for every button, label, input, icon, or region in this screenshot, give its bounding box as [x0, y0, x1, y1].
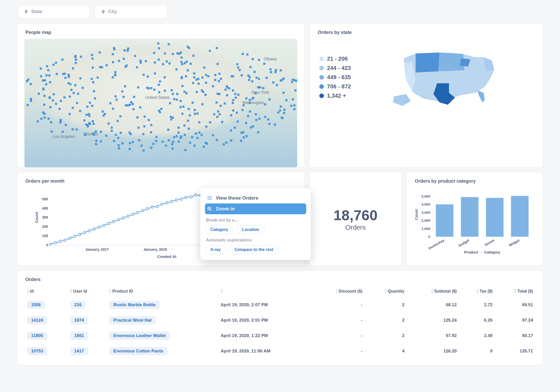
- svg-text:Count: Count: [414, 209, 418, 220]
- orders-table: IdUser IdProduct IDDiscount ($)QuantityS…: [24, 286, 536, 359]
- pill-product_id[interactable]: Enormous Leather Wallet: [109, 332, 170, 340]
- map-label-newyork: New York: [251, 90, 269, 95]
- view-these-orders-label: View these Orders: [216, 195, 258, 201]
- svg-text:0: 0: [428, 235, 430, 239]
- legend-label: 244 - 423: [327, 65, 351, 71]
- svg-text:300: 300: [42, 215, 48, 219]
- cell-subtotal: 68.12: [407, 297, 459, 313]
- pill-user_id[interactable]: 1417: [70, 347, 88, 355]
- cell-product_id: Enormous Leather Wallet: [107, 328, 218, 343]
- svg-rect-81: [209, 198, 210, 198]
- table-row: 141241874Practical Wool HatApril 19, 202…: [24, 313, 536, 328]
- cell-created_at: April 19, 2020, 2:07 PM: [218, 297, 311, 313]
- map-label-la: Los Angeles: [53, 134, 75, 139]
- cell-id: 1508: [24, 297, 68, 313]
- svg-text:January, 2018: January, 2018: [143, 247, 167, 251]
- svg-rect-82: [211, 198, 211, 198]
- pill-id[interactable]: 11805: [27, 332, 47, 340]
- svg-text:Widget: Widget: [508, 238, 520, 247]
- cell-user_id: 1874: [68, 313, 107, 328]
- svg-text:1,000: 1,000: [422, 227, 431, 231]
- total-orders-label: Orders: [333, 223, 377, 231]
- svg-rect-78: [209, 196, 210, 197]
- svg-point-41: [190, 196, 192, 198]
- svg-text:Doohickey: Doohickey: [428, 238, 445, 250]
- auto-section-label: Automatic explorations: [206, 238, 305, 242]
- col-label: Subtotal ($): [434, 289, 457, 293]
- card-title: Orders per month: [25, 179, 297, 184]
- svg-text:Product → Category: Product → Category: [464, 250, 501, 254]
- auto-chip-compare-to-the-rest[interactable]: Compare to the rest: [229, 245, 279, 254]
- cell-discount: -: [311, 343, 365, 359]
- bar-chart[interactable]: 01,0002,0003,0004,0005,000CountDoohickey…: [414, 188, 536, 257]
- us-choropleth-map[interactable]: [360, 44, 533, 111]
- legend-swatch: [319, 84, 324, 89]
- table-row: 1508216Rustic Marble BottleApril 19, 202…: [24, 297, 536, 313]
- svg-point-36: [166, 202, 168, 204]
- col-quantity[interactable]: Quantity: [365, 286, 407, 297]
- drill-popover: View these Orders Zoom in Break out by a…: [200, 188, 311, 260]
- filter-state[interactable]: State: [18, 5, 90, 18]
- col-label: Total ($): [517, 289, 533, 293]
- cell-id: 11805: [24, 328, 68, 343]
- col-id[interactable]: Id: [24, 286, 68, 297]
- legend-item: 21 - 206: [319, 55, 351, 62]
- pill-id[interactable]: 1508: [27, 301, 45, 309]
- cell-total: 97.24: [495, 313, 536, 328]
- breakout-chip-category[interactable]: Category: [205, 225, 234, 234]
- people-map-viz[interactable]: Ottawa New York Washington United States…: [24, 39, 297, 167]
- svg-point-40: [185, 196, 187, 198]
- svg-text:100: 100: [42, 234, 48, 238]
- col-created_at[interactable]: [218, 286, 311, 297]
- col-product_id[interactable]: Product ID: [107, 286, 218, 297]
- col-label: User Id: [73, 289, 87, 293]
- svg-text:0: 0: [46, 243, 48, 247]
- zoom-icon: [207, 206, 212, 211]
- zoom-in[interactable]: Zoom in: [205, 203, 306, 214]
- svg-text:4,000: 4,000: [422, 202, 431, 206]
- map-label-washington: Washington: [242, 100, 264, 105]
- svg-rect-68: [436, 204, 453, 237]
- filter-bar: State City: [8, 0, 552, 23]
- col-tax[interactable]: Tax ($): [459, 286, 495, 297]
- grid-icon: [207, 195, 212, 201]
- cell-tax: 6.26: [459, 313, 495, 328]
- map-label-us: United States: [145, 95, 170, 100]
- pill-user_id[interactable]: 1561: [70, 332, 88, 340]
- choropleth-legend: 21 - 206244 - 423449 - 635706 - 8721,342…: [319, 55, 351, 99]
- table-row: 118051561Enormous Leather WalletApril 19…: [24, 328, 536, 343]
- auto-chip-x-ray[interactable]: X-ray: [205, 245, 226, 254]
- card-title: Orders by state: [318, 30, 536, 35]
- pill-id[interactable]: 10753: [27, 347, 47, 355]
- col-subtotal[interactable]: Subtotal ($): [407, 286, 459, 297]
- legend-swatch: [319, 57, 324, 61]
- cell-quantity: 2: [365, 328, 407, 343]
- card-orders-table: Orders IdUser IdProduct IDDiscount ($)Qu…: [17, 270, 543, 365]
- table-row: 107531417Enormous Cotton PantsApril 19, …: [24, 343, 536, 359]
- legend-label: 706 - 872: [327, 83, 351, 90]
- cell-subtotal: 125.24: [407, 313, 459, 328]
- pill-product_id[interactable]: Practical Wool Hat: [109, 316, 156, 324]
- cell-created_at: April 19, 2020, 1:22 PM: [218, 328, 311, 343]
- breakout-chip-location[interactable]: Location: [237, 225, 265, 234]
- cell-tax: 0: [459, 343, 495, 359]
- col-discount[interactable]: Discount ($): [311, 286, 365, 297]
- svg-rect-80: [208, 198, 209, 198]
- svg-point-34: [156, 205, 158, 208]
- svg-point-42: [195, 194, 197, 196]
- pill-user_id[interactable]: 216: [70, 301, 86, 309]
- breakout-section-label: Break out by a…: [206, 218, 305, 222]
- filter-city[interactable]: City: [95, 5, 167, 18]
- svg-point-32: [146, 208, 148, 210]
- pill-product_id[interactable]: Rustic Marble Bottle: [109, 301, 160, 309]
- cell-discount: -: [311, 328, 365, 343]
- col-label: Id: [30, 289, 34, 293]
- cell-quantity: 4: [365, 343, 407, 359]
- col-user_id[interactable]: User Id: [68, 286, 107, 297]
- col-total[interactable]: Total ($): [495, 286, 536, 297]
- pill-product_id[interactable]: Enormous Cotton Pants: [109, 347, 167, 355]
- col-label: Discount ($): [339, 289, 362, 293]
- view-these-orders[interactable]: View these Orders: [205, 193, 306, 203]
- pill-id[interactable]: 14124: [27, 316, 47, 324]
- pill-user_id[interactable]: 1874: [70, 316, 88, 324]
